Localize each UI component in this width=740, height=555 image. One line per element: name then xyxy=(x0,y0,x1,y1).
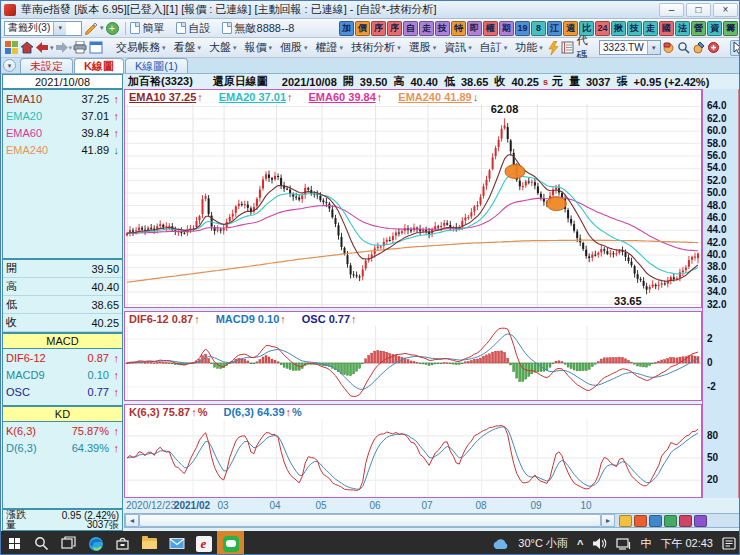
layout-grid-icon[interactable] xyxy=(5,41,18,54)
lightning-icon[interactable] xyxy=(548,41,559,55)
quick-button-技[interactable]: 技 xyxy=(435,21,450,36)
tab-list-button[interactable]: ▾ xyxy=(3,59,16,72)
bookmark-item[interactable]: 自設 xyxy=(176,21,211,36)
quick-button-江[interactable]: 江 xyxy=(547,21,562,36)
chevron-down-icon[interactable]: ▾ xyxy=(647,41,660,54)
order-hand-icon[interactable] xyxy=(662,41,675,54)
quick-button-資[interactable]: 資 xyxy=(707,21,722,36)
menu-報價[interactable]: 報價▾ xyxy=(241,40,277,55)
taskbar-search-button[interactable] xyxy=(28,531,55,555)
window-switch-icon[interactable] xyxy=(89,41,103,54)
quick-button-序[interactable]: 序 xyxy=(387,21,402,36)
menu-功能[interactable]: 功能▾ xyxy=(511,40,547,55)
menu-技術分析[interactable]: 技術分析▾ xyxy=(347,40,405,55)
menu-自訂[interactable]: 自訂▾ xyxy=(476,40,512,55)
menu-選股[interactable]: 選股▾ xyxy=(405,40,441,55)
quick-button-即[interactable]: 即 xyxy=(467,21,482,36)
stock-header-h-flag: s xyxy=(543,77,548,87)
quick-button-籌[interactable]: 籌 xyxy=(723,21,738,36)
taskbar-etrade-button[interactable]: e xyxy=(190,531,217,555)
quick-button-期[interactable]: 期 xyxy=(499,21,514,36)
maximize-button[interactable]: □ xyxy=(686,3,711,17)
start-button[interactable] xyxy=(1,531,28,555)
quick-button-8[interactable]: 8 xyxy=(531,21,546,36)
taskbar-mail-button[interactable] xyxy=(163,531,190,555)
quick-button-序[interactable]: 序 xyxy=(371,21,386,36)
minimize-button[interactable]: – xyxy=(659,3,684,17)
menu-大盤[interactable]: 大盤▾ xyxy=(205,40,241,55)
quick-button-價[interactable]: 價 xyxy=(355,21,370,36)
task-view-button[interactable] xyxy=(55,531,82,555)
chart-tool-icon[interactable] xyxy=(679,515,692,527)
chart-tool-icon[interactable] xyxy=(619,515,632,527)
menu-交易帳務[interactable]: 交易帳務▾ xyxy=(112,40,170,55)
sidebar-date-box[interactable]: 2021/10/08 xyxy=(2,74,123,89)
clock[interactable]: 下午 02:43 xyxy=(660,536,713,551)
printer-icon[interactable] xyxy=(73,41,87,54)
chevron-down-icon[interactable]: ▾ xyxy=(69,44,73,52)
tray-chevron[interactable]: ^ xyxy=(577,538,583,550)
symbol-code-combobox[interactable]: 3323.TW ▾ xyxy=(599,40,661,55)
chevron-down-icon[interactable]: ▾ xyxy=(53,22,66,35)
scroll-left-button[interactable]: ◂ xyxy=(125,514,139,527)
bookmark-item[interactable]: 無敵8888--8 xyxy=(222,21,295,36)
kd-chart[interactable] xyxy=(125,419,701,497)
quick-button-加[interactable]: 加 xyxy=(339,21,354,36)
chart-tool-icon[interactable] xyxy=(649,515,662,527)
scroll-right-button[interactable]: ▸ xyxy=(601,514,615,527)
chart-tool-icon[interactable] xyxy=(664,515,677,527)
search-icon[interactable] xyxy=(677,41,690,54)
taskbar-explorer-button[interactable] xyxy=(136,531,163,555)
quick-button-19[interactable]: 19 xyxy=(515,21,530,36)
taskbar-line-button[interactable] xyxy=(217,531,244,555)
menu-資訊[interactable]: 資訊▾ xyxy=(440,40,476,55)
bookmark-list-combobox[interactable]: 書籤列(3) ▾ xyxy=(4,21,82,36)
quick-button-走[interactable]: 走 xyxy=(419,21,434,36)
annotate-hand-icon[interactable] xyxy=(692,41,705,54)
quick-button-權[interactable]: 權 xyxy=(483,21,498,36)
network-icon[interactable] xyxy=(616,538,631,550)
back-arrow-icon[interactable] xyxy=(36,42,49,53)
taskbar-store-button[interactable] xyxy=(109,531,136,555)
menu-看盤[interactable]: 看盤▾ xyxy=(170,40,206,55)
home-icon[interactable] xyxy=(20,41,34,54)
cursor-tool-icon[interactable] xyxy=(730,40,740,56)
tab-K線圖[interactable]: K線圖 xyxy=(74,58,124,73)
weather-text[interactable]: 30°C 小雨 xyxy=(518,536,568,551)
menu-個股[interactable]: 個股▾ xyxy=(276,40,312,55)
tab-K線圖(1)[interactable]: K線圖(1) xyxy=(125,58,188,73)
scrollbar-thumb[interactable] xyxy=(139,514,601,527)
weather-cloud-icon[interactable] xyxy=(491,537,509,550)
chart-tool-icon[interactable] xyxy=(694,515,707,527)
quick-button-自[interactable]: 自 xyxy=(403,21,418,36)
speaker-icon[interactable] xyxy=(592,537,607,550)
notepad-icon[interactable] xyxy=(561,41,574,54)
close-button[interactable]: × xyxy=(713,3,738,17)
system-tray: 30°C 小雨 ^ 中 下午 02:43 xyxy=(491,531,740,555)
macd-chart-panel[interactable]: DIF6-12 0.87↑MACD9 0.10↑OSC 0.77↑ xyxy=(124,311,702,401)
quick-button-法[interactable]: 法 xyxy=(675,21,690,36)
horizontal-scrollbar[interactable]: ◂ ▸ xyxy=(124,513,740,528)
notification-center-icon[interactable] xyxy=(722,537,736,550)
alert-hand-icon[interactable] xyxy=(707,41,720,54)
quick-button-特[interactable]: 特 xyxy=(451,21,466,36)
chevron-down-icon[interactable]: ▾ xyxy=(50,44,54,52)
forward-arrow-icon[interactable] xyxy=(55,42,68,53)
macd-chart[interactable] xyxy=(125,326,701,400)
add-bookmark-icon[interactable]: + xyxy=(106,22,119,35)
main-chart-panel[interactable]: EMA10 37.25↑EMA20 37.01↑EMA60 39.84↑EMA2… xyxy=(124,89,702,308)
taskbar-edge-button[interactable] xyxy=(82,531,109,555)
quick-button-營[interactable]: 營 xyxy=(691,21,706,36)
chevron-down-icon[interactable]: ▾ xyxy=(100,24,104,32)
menu-label: 技術分析 xyxy=(351,40,395,55)
menu-權證[interactable]: 權證▾ xyxy=(312,40,348,55)
ime-indicator[interactable]: 中 xyxy=(640,536,651,551)
quick-button-國[interactable]: 國 xyxy=(659,21,674,36)
price-axis-label: 60.0 xyxy=(707,126,726,136)
tab-未設定[interactable]: 未設定 xyxy=(20,58,73,73)
kd-chart-panel[interactable]: K(6,3) 75.87↑%D(6,3) 64.39↑% xyxy=(124,404,702,498)
bookmark-item[interactable]: 簡單 xyxy=(130,21,165,36)
edit-pencil-icon[interactable] xyxy=(84,22,98,35)
chart-tool-icon[interactable] xyxy=(634,515,647,527)
candlestick-chart[interactable]: 62.0833.65 xyxy=(125,104,701,307)
